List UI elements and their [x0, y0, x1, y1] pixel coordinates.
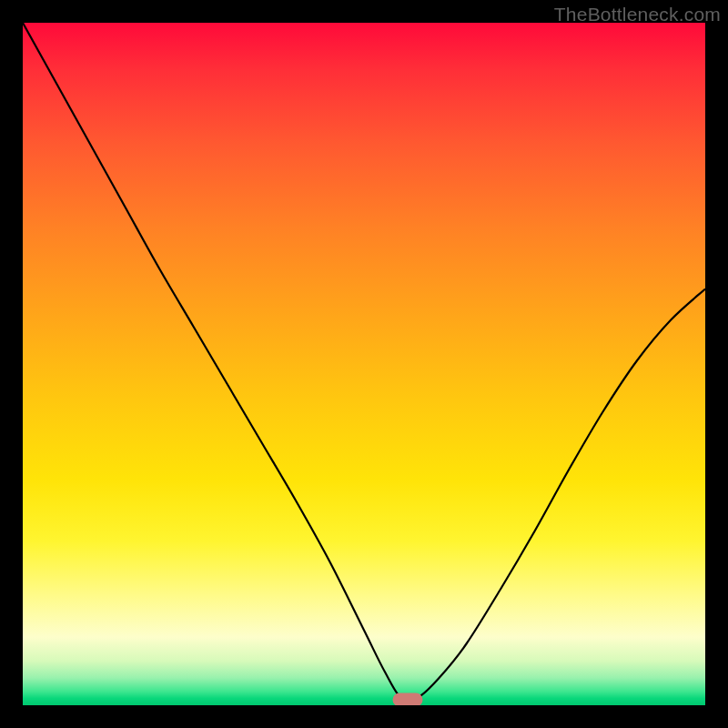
optimal-marker — [393, 693, 423, 706]
plot-area — [23, 23, 705, 705]
chart-stage: TheBottleneck.com — [0, 0, 728, 728]
curve-path — [23, 23, 705, 701]
bottleneck-curve — [23, 23, 705, 705]
